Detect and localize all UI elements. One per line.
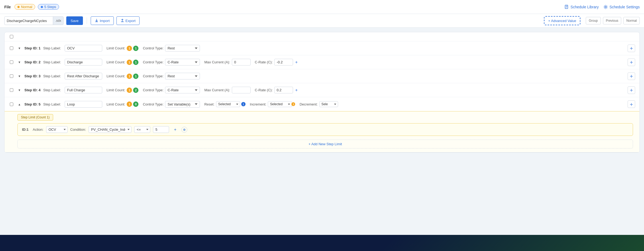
step-row-3: ▾ Step ID: 3 Step Label: Limit Count: 1 … xyxy=(5,69,639,83)
step-3-limit-label: Limit Count: xyxy=(107,74,125,78)
steps-label: 5 Steps xyxy=(44,5,56,9)
top-bar: File Normal 5 Steps Schedule Library Sch… xyxy=(0,0,644,14)
normal-dot xyxy=(17,6,20,8)
svg-rect-6 xyxy=(121,21,124,22)
step-2-add-btn[interactable]: ＋ xyxy=(628,59,635,66)
export-icon xyxy=(120,19,124,23)
step-5-decrement-select[interactable]: Sele xyxy=(319,101,338,107)
step-2-green-badge: 1 xyxy=(133,60,138,65)
step-2-label-text: Step Label: xyxy=(43,60,65,64)
import-button[interactable]: Import xyxy=(91,16,114,25)
badge-normal[interactable]: Normal xyxy=(14,4,35,10)
sub-step-value-input[interactable] xyxy=(153,126,169,133)
normal-mode-button[interactable]: Normal xyxy=(623,17,640,24)
step-5-increment-badge: 1 xyxy=(291,102,295,106)
step-5-decrement-group: Sele xyxy=(319,101,338,107)
step-4-crate-label: C-Rate (C): xyxy=(255,88,273,92)
sub-step-tab[interactable]: Step Limit (Count 1) xyxy=(17,114,53,121)
step-4-id: Step ID: 4 xyxy=(24,88,43,92)
step-3-orange-badge: 1 xyxy=(127,74,132,79)
step-1-control-select[interactable]: Rest C-Rate Set Variable(s) xyxy=(165,45,200,52)
step-1-add-btn[interactable]: ＋ xyxy=(628,45,635,52)
step-4-green-badge: 2 xyxy=(133,88,138,93)
step-2-orange-badge: 1 xyxy=(127,60,132,65)
step-3-control-select[interactable]: Rest C-Rate Set Variable(s) xyxy=(165,73,200,79)
step-2-limit-badges: 1 1 xyxy=(127,60,138,65)
step-5-label-input[interactable] xyxy=(65,101,102,108)
step-1-checkbox[interactable] xyxy=(9,46,14,50)
step-5-reset-info[interactable]: i xyxy=(241,102,246,106)
select-all-checkbox[interactable] xyxy=(9,35,14,38)
step-4-plus-btn[interactable]: + xyxy=(294,88,299,93)
step-5-control-select[interactable]: Set Variable(s) Rest C-Rate xyxy=(165,101,200,108)
export-label: Export xyxy=(126,19,136,23)
group-button[interactable]: Group xyxy=(586,17,601,24)
step-5-increment-select[interactable]: Selected xyxy=(268,101,292,107)
step-5-control-label: Control Type: xyxy=(143,102,163,106)
step-3-expand-btn[interactable]: ▾ xyxy=(16,73,22,79)
step-5-checkbox[interactable] xyxy=(9,103,14,106)
badge-steps[interactable]: 5 Steps xyxy=(38,4,59,10)
sub-step-condition-select[interactable]: PV_CHAN_Cycle_Index xyxy=(89,126,131,133)
main-content: ▾ Step ID: 1 Step Label: Limit Count: 1 … xyxy=(0,28,644,235)
step-3-checkbox[interactable] xyxy=(9,74,14,78)
step-2-checkbox[interactable] xyxy=(9,60,14,64)
step-2-maxcurrent-input[interactable] xyxy=(232,59,251,66)
step-4-crate-input[interactable] xyxy=(274,87,293,93)
step-row-1: ▾ Step ID: 1 Step Label: Limit Count: 1 … xyxy=(5,41,639,55)
step-2-id: Step ID: 2 xyxy=(24,60,43,64)
svg-point-4 xyxy=(605,6,606,8)
step-3-control-label: Control Type: xyxy=(143,74,163,78)
step-4-maxcurrent-input[interactable] xyxy=(232,87,251,93)
schedule-settings-button[interactable]: Schedule Settings xyxy=(603,5,640,9)
gear-icon xyxy=(603,5,608,9)
sub-step-action-select[interactable]: OCV Discharge Rest After Discharge Full … xyxy=(46,126,68,133)
toolbar-row: .sdx Save Import Export + Advanced Value… xyxy=(0,14,644,28)
step-2-expand-btn[interactable]: ▾ xyxy=(16,59,22,65)
step-2-control-label: Control Type: xyxy=(143,60,163,64)
step-3-label-input[interactable] xyxy=(65,73,102,79)
filename-group: .sdx xyxy=(4,16,64,25)
step-5-increment-group: Selected 1 xyxy=(268,101,295,107)
step-3-green-badge: 1 xyxy=(133,74,138,79)
sub-step-id: ID:1 xyxy=(22,128,30,132)
step-1-label-input[interactable] xyxy=(65,45,102,52)
sub-step-action-label: Action: xyxy=(33,128,43,132)
add-step-limit-btn[interactable]: + Add New Step Limit xyxy=(17,140,633,148)
step-5-label-text: Step Label: xyxy=(43,102,65,106)
export-button[interactable]: Export xyxy=(116,16,140,25)
step-4-control-select[interactable]: C-Rate Rest Set Variable(s) xyxy=(165,87,200,93)
step-5-increment-label: Increment: xyxy=(250,102,266,106)
bottom-bar xyxy=(0,235,644,251)
step-4-expand-btn[interactable]: ▾ xyxy=(16,87,22,93)
step-5-reset-group: Selected i xyxy=(216,101,246,107)
sub-step-row-1: ID:1 Action: OCV Discharge Rest After Di… xyxy=(17,123,633,136)
advanced-value-button[interactable]: + Advanced Value xyxy=(544,16,580,25)
sub-step-info-btn[interactable]: ⊕ xyxy=(181,127,187,133)
step-5-expand-btn[interactable]: ▴ xyxy=(16,101,22,107)
step-4-control-label: Control Type: xyxy=(143,88,163,92)
step-5-add-btn[interactable]: ＋ xyxy=(628,100,635,108)
sub-step-operator-select[interactable]: <= < > >= = xyxy=(134,126,150,133)
schedule-settings-label: Schedule Settings xyxy=(609,5,640,9)
step-5-reset-select[interactable]: Selected xyxy=(216,101,240,107)
step-1-limit-badges: 1 1 xyxy=(127,46,138,51)
step-3-add-btn[interactable]: ＋ xyxy=(628,72,635,80)
step-4-add-btn[interactable]: ＋ xyxy=(628,86,635,94)
step-2-label-input[interactable] xyxy=(65,59,102,66)
step-4-limit-label: Limit Count: xyxy=(107,88,125,92)
save-button[interactable]: Save xyxy=(66,16,83,25)
step-2-control-select[interactable]: C-Rate Rest Set Variable(s) xyxy=(165,59,200,66)
toolbar-divider xyxy=(87,17,87,24)
step-2-plus-btn[interactable]: + xyxy=(294,60,299,65)
step-4-checkbox[interactable] xyxy=(9,88,14,92)
step-4-label-input[interactable] xyxy=(65,87,102,93)
step-1-expand-btn[interactable]: ▾ xyxy=(16,45,22,51)
sub-step-plus-btn[interactable]: + xyxy=(173,127,177,132)
step-2-limit-label: Limit Count: xyxy=(107,60,125,64)
previous-button[interactable]: Previous xyxy=(603,17,621,24)
step-2-crate-input[interactable] xyxy=(274,59,293,66)
schedule-library-button[interactable]: Schedule Library xyxy=(565,5,599,9)
filename-input[interactable] xyxy=(5,19,53,23)
step-1-control-label: Control Type: xyxy=(143,46,163,50)
